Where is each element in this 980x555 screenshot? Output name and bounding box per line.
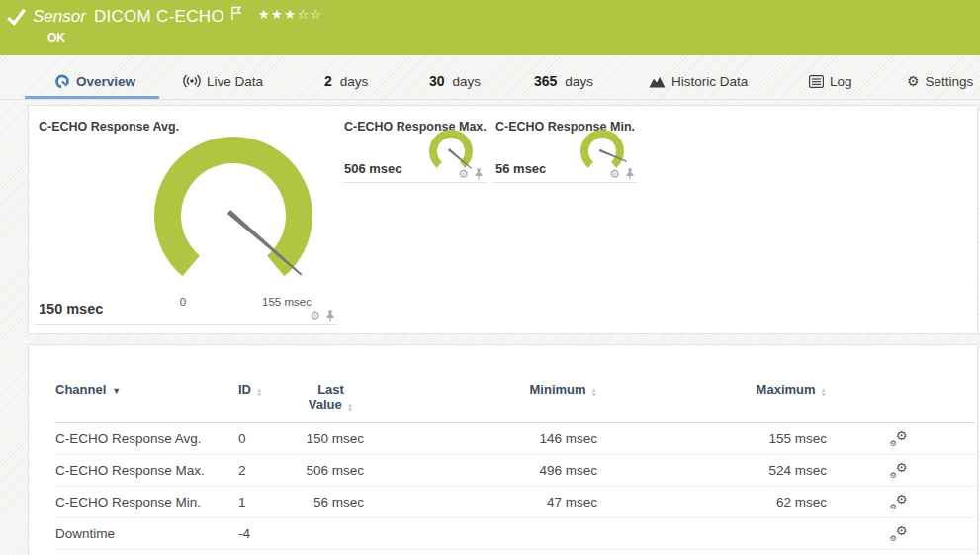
edit-channel-gears-icon[interactable]: ⚙⚙ bbox=[890, 494, 908, 509]
column-header-minimum[interactable]: Minimum▲▼ bbox=[364, 382, 597, 398]
table-row: C-ECHO Response Max. 2 506 msec 496 msec… bbox=[55, 455, 975, 487]
channel-maximum: 524 msec bbox=[597, 463, 827, 478]
channel-minimum: 146 msec bbox=[364, 431, 597, 446]
tab-365-days[interactable]: 365 days bbox=[534, 63, 593, 99]
gauge-max-actions: ⚙ bbox=[458, 168, 484, 180]
column-header-value-label: Value bbox=[309, 397, 342, 412]
tab-30-days[interactable]: 30 days bbox=[429, 63, 481, 99]
sort-icon: ▲▼ bbox=[256, 388, 262, 398]
gauge-avg-title: C-ECHO Response Avg. bbox=[39, 120, 179, 134]
divider bbox=[34, 324, 338, 325]
sort-icon: ▲▼ bbox=[821, 388, 827, 398]
channel-id: -4 bbox=[238, 526, 298, 541]
table-row: Downtime -4 ⚙⚙ bbox=[55, 518, 975, 550]
column-header-id-label: ID bbox=[238, 382, 251, 397]
edit-channel-gears-icon[interactable]: ⚙⚙ bbox=[890, 462, 908, 478]
gauge-icon bbox=[54, 73, 70, 89]
gauge-avg-actions: ⚙ bbox=[310, 310, 335, 322]
flag-icon[interactable] bbox=[230, 6, 242, 21]
channel-name: C-ECHO Response Avg. bbox=[55, 431, 238, 446]
channel-name: C-ECHO Response Min. bbox=[55, 495, 238, 509]
table-header-row: Channel▼ ID▲▼ Last Value▲▼ Minimum▲▼ Max… bbox=[55, 382, 975, 423]
divider bbox=[342, 182, 486, 183]
gauge-min-gear-icon[interactable]: ⚙ bbox=[609, 168, 620, 180]
stars-filled-icon[interactable]: ★★★ bbox=[258, 7, 297, 22]
channel-id: 1 bbox=[238, 495, 298, 509]
tab-365-days-label: days bbox=[565, 74, 593, 89]
historic-chart-icon bbox=[649, 75, 666, 88]
tab-log[interactable]: Log bbox=[809, 63, 852, 99]
sort-icon: ▲▼ bbox=[347, 403, 353, 413]
gauge-min-pin-icon[interactable] bbox=[625, 168, 635, 180]
sensor-header: Sensor DICOM C-ECHO ★★★☆☆ OK bbox=[0, 0, 980, 55]
tab-settings[interactable]: ⚙ Settings bbox=[907, 63, 973, 99]
stars-empty-icon[interactable]: ☆☆ bbox=[297, 7, 322, 22]
column-header-maximum-label: Maximum bbox=[757, 382, 816, 397]
broadcast-icon bbox=[183, 74, 201, 88]
gauge-max-value: 506 msec bbox=[344, 161, 402, 176]
priority-stars[interactable]: ★★★☆☆ bbox=[258, 7, 323, 22]
tab-overview[interactable]: Overview bbox=[54, 63, 135, 99]
gauges-panel: C-ECHO Response Avg. 0 155 msec 150 msec… bbox=[28, 105, 978, 334]
column-header-id[interactable]: ID▲▼ bbox=[238, 382, 298, 398]
channel-id: 0 bbox=[238, 431, 298, 446]
sensor-title: DICOM C-ECHO bbox=[94, 7, 224, 27]
tab-historic-data[interactable]: Historic Data bbox=[649, 63, 748, 99]
gauge-min-actions: ⚙ bbox=[609, 168, 635, 180]
gauge-avg-scale-max: 155 msec bbox=[262, 296, 312, 308]
channel-last-value: 56 msec bbox=[298, 495, 364, 509]
log-list-icon bbox=[809, 75, 824, 88]
tab-log-label: Log bbox=[830, 74, 852, 89]
tab-2-days[interactable]: 2 days bbox=[324, 63, 368, 99]
sensor-header-line: Sensor DICOM C-ECHO ★★★☆☆ bbox=[6, 6, 323, 28]
edit-channel-gears-icon[interactable]: ⚙⚙ bbox=[890, 525, 908, 541]
divider bbox=[492, 182, 637, 183]
tab-30-days-number: 30 bbox=[429, 73, 445, 89]
tab-2-days-number: 2 bbox=[324, 73, 332, 89]
channel-id: 2 bbox=[238, 463, 298, 478]
gauge-avg-pin-icon[interactable] bbox=[325, 310, 335, 322]
tab-historic-data-label: Historic Data bbox=[671, 74, 748, 89]
gauge-avg-value: 150 msec bbox=[39, 301, 103, 317]
column-header-last-value[interactable]: Last Value▲▼ bbox=[298, 382, 364, 413]
gauge-avg-scale-min: 0 bbox=[180, 296, 186, 308]
table-row: C-ECHO Response Avg. 0 150 msec 146 msec… bbox=[55, 423, 975, 455]
column-header-channel[interactable]: Channel▼ bbox=[55, 382, 238, 397]
sensor-kind-label: Sensor bbox=[33, 7, 86, 27]
channels-panel: Channel▼ ID▲▼ Last Value▲▼ Minimum▲▼ Max… bbox=[28, 344, 978, 555]
gauge-max-pin-icon[interactable] bbox=[474, 168, 484, 180]
channel-last-value: 150 msec bbox=[298, 431, 364, 446]
column-header-maximum[interactable]: Maximum▲▼ bbox=[597, 382, 827, 398]
gauge-min-value: 56 msec bbox=[495, 161, 546, 176]
tab-2-days-label: days bbox=[340, 74, 369, 89]
tab-live-data[interactable]: Live Data bbox=[183, 63, 263, 99]
channel-name: C-ECHO Response Max. bbox=[55, 463, 238, 478]
channel-minimum: 496 msec bbox=[364, 463, 597, 478]
channel-minimum: 47 msec bbox=[364, 495, 597, 509]
tab-bar: Overview Live Data 2 days 30 days 365 da… bbox=[0, 63, 980, 100]
gauge-max-cell: C-ECHO Response Max. 506 msec ⚙ bbox=[342, 110, 486, 183]
channels-table: Channel▼ ID▲▼ Last Value▲▼ Minimum▲▼ Max… bbox=[55, 382, 975, 550]
table-row: C-ECHO Response Min. 1 56 msec 47 msec 6… bbox=[55, 487, 975, 518]
channel-name: Downtime bbox=[55, 526, 238, 541]
gauge-min-cell: C-ECHO Response Min. 56 msec ⚙ bbox=[492, 110, 637, 183]
tab-settings-label: Settings bbox=[926, 74, 974, 89]
ok-checkmark-icon bbox=[6, 6, 28, 28]
column-header-channel-label: Channel bbox=[55, 382, 106, 397]
gauge-max-gear-icon[interactable]: ⚙ bbox=[458, 168, 469, 180]
active-tab-underline bbox=[25, 96, 159, 99]
status-badge: OK bbox=[47, 31, 65, 45]
tab-365-days-number: 365 bbox=[534, 73, 557, 89]
edit-channel-gears-icon[interactable]: ⚙⚙ bbox=[890, 430, 908, 446]
gauge-avg-gear-icon[interactable]: ⚙ bbox=[310, 310, 320, 322]
tab-live-data-label: Live Data bbox=[207, 74, 263, 89]
column-header-minimum-label: Minimum bbox=[530, 382, 586, 397]
column-header-last-label: Last bbox=[298, 382, 364, 397]
settings-gear-icon: ⚙ bbox=[907, 74, 920, 88]
gauge-avg-dial bbox=[144, 135, 322, 283]
channel-maximum: 155 msec bbox=[597, 431, 827, 446]
tab-overview-label: Overview bbox=[76, 74, 135, 89]
gauge-avg-cell: C-ECHO Response Avg. 0 155 msec 150 msec… bbox=[34, 110, 338, 325]
tab-30-days-label: days bbox=[453, 74, 482, 89]
prtg-sensor-page: Sensor DICOM C-ECHO ★★★☆☆ OK Overview Li… bbox=[0, 0, 980, 555]
